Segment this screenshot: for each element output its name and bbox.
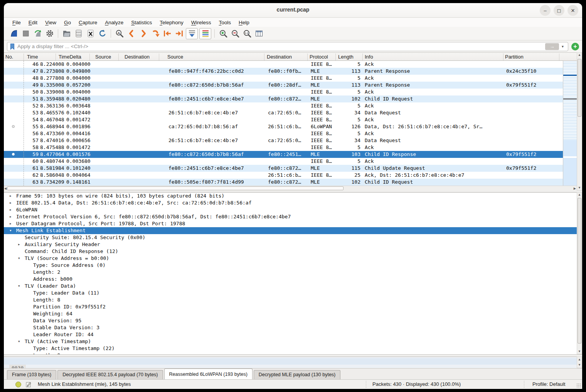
detail-row[interactable]: ▾Mesh Link Establishment xyxy=(4,227,577,234)
next-packet-icon[interactable] xyxy=(137,28,149,39)
detail-row[interactable]: ▸Auxiliary Security Header xyxy=(4,241,577,248)
packet-row-53[interactable]: 538.4655760.10244026:51:c6:b7:e8:ce:4b:e… xyxy=(4,109,563,116)
column-separator[interactable] xyxy=(159,54,159,60)
menu-view[interactable]: View xyxy=(41,19,60,26)
capture-restart-icon[interactable] xyxy=(32,28,44,39)
packet-row-56[interactable]: 568.4733600.004416IEEE 8…5Ack xyxy=(4,130,563,137)
detail-row[interactable]: ▸IEEE 802.15.4 Data, Dst: 26:51:c6:b7:e8… xyxy=(4,199,577,206)
detail-row[interactable]: ▾TLV (Leader Data) xyxy=(4,283,577,290)
colorize-icon[interactable] xyxy=(199,28,211,39)
detail-vscroll-thumb[interactable] xyxy=(578,198,581,343)
packet-row-63[interactable]: 638.7342090.148161fe80::505e:f807:7f81:4… xyxy=(4,179,563,186)
packet-row-46[interactable]: 468.2240080.004000IEEE 8…5Ack xyxy=(4,61,563,68)
packet-list-vscroll-thumb[interactable] xyxy=(578,59,581,117)
column-header-protocol[interactable]: Protocol xyxy=(310,54,328,60)
expanded-arrow-icon[interactable]: ▾ xyxy=(18,255,20,262)
close-file-icon[interactable] xyxy=(84,28,96,39)
filter-dropdown-caret[interactable]: ▾ xyxy=(559,44,566,49)
display-filter-input[interactable] xyxy=(16,44,545,49)
expanded-arrow-icon[interactable]: ▾ xyxy=(18,283,20,290)
collapsed-arrow-icon[interactable]: ▸ xyxy=(9,199,12,206)
detail-row[interactable]: Leader Router ID: 44 xyxy=(4,331,577,338)
packet-row-51[interactable]: 518.3594880.020480fe80::2451:c6b7:e8ce:4… xyxy=(4,95,563,102)
reload-icon[interactable] xyxy=(96,28,108,39)
detail-row[interactable]: Data Version: 95 xyxy=(4,317,577,324)
packet-bytes-pane[interactable]: 0030 00 15 0d 00 00 00 00 00 00 00 01 75… xyxy=(4,357,577,368)
detail-row[interactable]: Type: Leader Data (11) xyxy=(4,290,577,297)
zoom-out-icon[interactable] xyxy=(229,28,241,39)
apply-filter-button[interactable]: → xyxy=(545,43,559,50)
packet-row-55[interactable]: 558.4689440.001896ca:72:65:0d:b7:b8:56:a… xyxy=(4,123,563,130)
expanded-arrow-icon[interactable]: ▾ xyxy=(18,338,20,345)
column-header-timedelta[interactable]: TimeDelta xyxy=(59,54,81,60)
menu-edit[interactable]: Edit xyxy=(25,19,41,26)
column-separator[interactable] xyxy=(118,54,119,60)
menu-help[interactable]: Help xyxy=(235,19,253,26)
previous-packet-icon[interactable] xyxy=(125,28,137,39)
detail-row[interactable]: ▾TLV (Active Timestamp) xyxy=(4,338,577,345)
menu-analyze[interactable]: Analyze xyxy=(101,19,127,26)
column-separator[interactable] xyxy=(559,54,559,60)
packet-row-48[interactable]: 488.2778080.004000IEEE 8…5Ack xyxy=(4,75,563,82)
last-packet-icon[interactable] xyxy=(173,28,185,39)
detail-row[interactable]: Weighting: 64 xyxy=(4,310,577,317)
packet-row-59[interactable]: 598.4770640.001576fe80::c872:650d:b7b8:5… xyxy=(4,151,563,158)
column-separator[interactable] xyxy=(503,54,503,60)
maximize-icon[interactable]: ◻ xyxy=(554,5,564,16)
column-separator[interactable] xyxy=(362,54,363,60)
detail-row[interactable]: Type: Source Address (0) xyxy=(4,262,577,269)
detail-row[interactable]: Command: Child ID Response (12) xyxy=(4,248,577,255)
detail-row[interactable]: ▸6LoWPAN xyxy=(4,206,577,213)
find-packet-icon[interactable]: A xyxy=(113,28,125,39)
detail-row[interactable]: ▸User Datagram Protocol, Src Port: 19788… xyxy=(4,220,577,227)
detail-row[interactable]: Address: b000 xyxy=(4,276,577,283)
expert-info-icon[interactable] xyxy=(15,382,21,387)
packet-row-49[interactable]: 498.3350080.057200fe80::c872:650d:b7b8:5… xyxy=(4,82,563,89)
close-icon[interactable]: ✕ xyxy=(567,5,578,16)
detail-row[interactable]: Partition ID: 0x79f551f2 xyxy=(4,303,577,310)
add-filter-button-icon[interactable]: + xyxy=(571,43,579,50)
menu-tools[interactable]: Tools xyxy=(215,19,235,26)
save-file-icon[interactable]: 01011010 xyxy=(72,28,84,39)
title-bar[interactable]: current.pcap –◻✕ xyxy=(4,3,582,18)
status-profile[interactable]: Profile: Default xyxy=(532,381,565,387)
scroll-down-icon[interactable]: ▼ xyxy=(577,186,582,190)
capture-start-icon[interactable] xyxy=(8,28,20,39)
scroll-up-icon[interactable]: ▲ xyxy=(577,53,582,57)
packet-row-62[interactable]: 628.5860480.00406426:51:c6:b…IEEE 8…25Ac… xyxy=(4,172,563,179)
scroll-up-icon[interactable]: ▲ xyxy=(577,357,582,362)
packet-row-50[interactable]: 508.3390080.004000IEEE 8…5Ack xyxy=(4,89,563,95)
menu-go[interactable]: Go xyxy=(60,19,75,26)
capture-stop-icon[interactable] xyxy=(20,28,32,39)
detail-row[interactable]: Length: 8 xyxy=(4,297,577,303)
detail-row[interactable]: ▾TLV (Source Address = b0:00) xyxy=(4,255,577,262)
packet-row-57[interactable]: 578.4740160.00065626:51:c6:b7:e8:ce:4b:e… xyxy=(4,137,563,144)
capture-options-icon[interactable] xyxy=(44,28,56,39)
auto-scroll-icon[interactable] xyxy=(186,28,198,39)
first-packet-icon[interactable] xyxy=(161,28,173,39)
packet-row-47[interactable]: 478.2738080.049800fe80::947f:f476:22bc:c… xyxy=(4,68,563,75)
detail-row[interactable]: Security Suite: 802.15.4 Security (0x00) xyxy=(4,234,577,241)
column-header-length[interactable]: Length xyxy=(338,54,354,60)
detail-row[interactable]: Stable Data Version: 3 xyxy=(4,324,577,331)
detail-row[interactable]: ▸Internet Protocol Version 6, Src: fe80:… xyxy=(4,213,577,220)
byte-view-tab[interactable]: Decrypted IEEE 802.15.4 payload (70 byte… xyxy=(57,370,163,379)
byte-view-tab[interactable]: Decrypted MLE payload (130 bytes) xyxy=(254,370,340,379)
column-header-info[interactable]: Info xyxy=(365,54,373,60)
hex-row[interactable]: 0030 00 15 0d 00 00 00 00 00 00 00 01 75… xyxy=(4,358,577,365)
column-separator[interactable] xyxy=(24,54,24,60)
zoom-in-icon[interactable] xyxy=(217,28,229,39)
packet-list-hscrollbar[interactable]: ◀ ▶ xyxy=(4,186,577,191)
column-header-destination[interactable]: Destination xyxy=(267,54,292,60)
column-header-partition[interactable]: Partition xyxy=(505,54,524,60)
packet-list-hscroll-thumb[interactable] xyxy=(7,186,344,190)
detail-row[interactable]: Type: Active Timestamp (22) xyxy=(4,345,577,352)
resize-columns-icon[interactable] xyxy=(253,28,265,39)
scroll-up-icon[interactable]: ▲ xyxy=(577,193,582,197)
minimize-icon[interactable]: – xyxy=(540,5,551,16)
column-separator[interactable] xyxy=(307,54,308,60)
menu-wireless[interactable]: Wireless xyxy=(187,19,215,26)
filter-bookmark-icon[interactable] xyxy=(9,43,16,50)
scroll-down-icon[interactable]: ▼ xyxy=(577,363,582,367)
collapsed-arrow-icon[interactable]: ▸ xyxy=(9,193,12,199)
